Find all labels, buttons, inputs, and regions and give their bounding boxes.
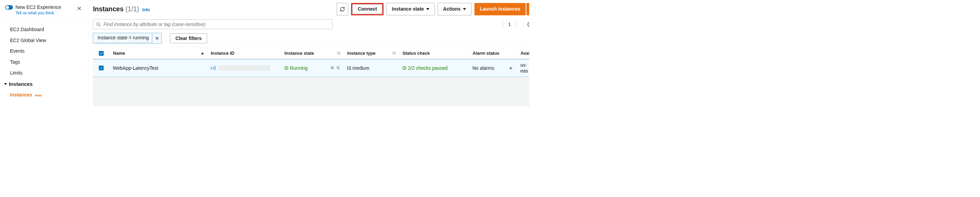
col-instance-id[interactable]: Instance ID <box>207 48 281 59</box>
search-icon <box>96 22 101 27</box>
search-row: Find instance by attribute or tag (case-… <box>93 19 529 29</box>
nav: EC2 Dashboard EC2 Global View Events Tag… <box>0 20 88 104</box>
experience-toggle[interactable] <box>5 5 13 10</box>
filter-chip[interactable]: Instance state = running ✕ <box>93 33 162 43</box>
divider <box>166 35 166 42</box>
svg-line-1 <box>99 25 100 26</box>
instances-table: ✓ Name Instance ID Instance state Instan… <box>93 48 529 77</box>
filter-row: Instance state = running ✕ Clear filters <box>93 33 529 43</box>
caret-down-icon <box>4 83 7 85</box>
info-link[interactable]: Info <box>142 8 150 12</box>
col-availability-zone[interactable]: Availa <box>517 48 529 59</box>
refresh-icon <box>340 6 345 12</box>
launch-instances-button[interactable]: Launch instances <box>475 3 526 15</box>
pager: 〈 1 〉 <box>499 21 529 28</box>
prev-page-button[interactable]: 〈 <box>499 21 504 28</box>
nav-ec2-global-view[interactable]: EC2 Global View <box>0 35 88 46</box>
connect-button[interactable]: Connect <box>352 4 382 14</box>
row-checkbox[interactable]: ✓ <box>93 62 110 73</box>
refresh-button[interactable] <box>337 3 348 15</box>
caret-down-icon <box>426 8 430 10</box>
cell-instance-id[interactable]: i-0 <box>207 62 281 74</box>
col-instance-type[interactable]: Instance type <box>344 48 399 59</box>
filter-icon <box>393 52 396 54</box>
search-input[interactable]: Find instance by attribute or tag (case-… <box>93 19 332 29</box>
filter-icon <box>337 52 340 54</box>
filter-chip-label: Instance state = running <box>95 33 151 43</box>
select-all-checkbox[interactable]: ✓ <box>93 48 110 58</box>
nav-instances[interactable]: Instances New <box>0 90 88 101</box>
new-badge: New <box>35 93 42 97</box>
col-name[interactable]: Name <box>110 48 207 59</box>
nav-ec2-dashboard[interactable]: EC2 Dashboard <box>0 24 88 35</box>
cell-name: WebApp-LatencyTest <box>110 62 207 74</box>
zoom-in-icon[interactable] <box>331 66 335 70</box>
svg-line-9 <box>339 69 340 69</box>
instance-state-button[interactable]: Instance state <box>387 3 435 15</box>
cell-instance-type: t3.medium <box>344 62 399 74</box>
caret-down-icon <box>463 8 466 10</box>
empty-area <box>93 77 529 106</box>
add-alarm-button[interactable]: ＋ <box>508 64 514 72</box>
nav-instances-label: Instances <box>10 92 32 98</box>
svg-line-5 <box>333 69 334 69</box>
clear-filters-button[interactable]: Clear filters <box>170 33 207 43</box>
check-circle-icon <box>285 66 288 70</box>
cell-availability-zone: us-eas <box>517 59 529 77</box>
cell-alarm-status: No alarms ＋ <box>469 61 517 75</box>
page-number: 1 <box>508 22 511 27</box>
col-status-check[interactable]: Status check <box>399 48 469 59</box>
header-actions: Connect Instance state Actions Launch in… <box>337 3 529 15</box>
nav-tags[interactable]: Tags <box>0 57 88 68</box>
main: Instances (1/1) Info Connect Instance st… <box>88 0 529 106</box>
nav-limits[interactable]: Limits <box>0 68 88 78</box>
table-row[interactable]: ✓ WebApp-LatencyTest i-0 Running t3.medi… <box>93 59 529 77</box>
new-experience-banner: New EC2 Experience Tell us what you thin… <box>0 5 88 20</box>
col-instance-state[interactable]: Instance state <box>281 48 344 59</box>
instance-state-label: Instance state <box>392 6 424 12</box>
redacted <box>218 65 270 70</box>
svg-point-0 <box>97 22 99 25</box>
sidebar: New EC2 Experience Tell us what you thin… <box>0 0 88 106</box>
instance-id-link[interactable]: i-0 <box>211 65 216 71</box>
connect-highlight: Connect <box>351 3 383 15</box>
table-header: ✓ Name Instance ID Instance state Instan… <box>93 48 529 59</box>
page-title-count: (1/1) <box>125 5 139 13</box>
close-icon[interactable]: ✕ <box>75 5 83 13</box>
check-circle-icon <box>402 66 406 70</box>
page-header: Instances (1/1) Info Connect Instance st… <box>93 3 529 15</box>
launch-instances-dropdown[interactable] <box>527 3 529 15</box>
actions-button[interactable]: Actions <box>438 3 472 15</box>
zoom-out-icon[interactable] <box>336 66 340 70</box>
page-title: Instances (1/1) Info <box>93 5 150 13</box>
experience-feedback-link[interactable]: Tell us what you think <box>15 11 75 15</box>
next-page-button[interactable]: 〉 <box>515 21 520 28</box>
gear-icon <box>527 22 529 27</box>
nav-section-label: Instances <box>9 81 33 87</box>
sort-asc-icon <box>201 52 204 54</box>
settings-button[interactable] <box>527 22 529 27</box>
search-placeholder: Find instance by attribute or tag (case-… <box>103 22 205 27</box>
col-alarm-status[interactable]: Alarm status <box>469 48 517 59</box>
cell-instance-state: Running <box>281 62 344 74</box>
experience-title: New EC2 Experience <box>15 5 75 10</box>
divider <box>523 21 523 27</box>
page-title-text: Instances <box>93 5 124 13</box>
cell-status-check: 2/2 checks passed <box>399 62 469 74</box>
actions-label: Actions <box>443 6 461 12</box>
nav-events[interactable]: Events <box>0 46 88 57</box>
remove-filter-button[interactable]: ✕ <box>152 34 162 43</box>
nav-section-instances[interactable]: Instances <box>0 78 88 90</box>
